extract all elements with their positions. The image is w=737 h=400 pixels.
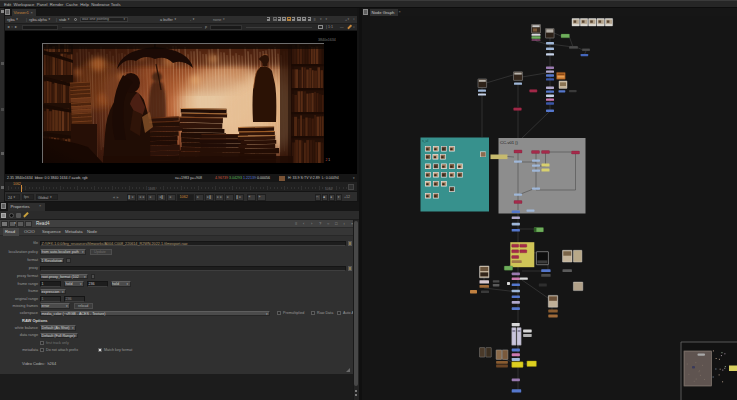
svg-text:s_ul: s_ul xyxy=(422,139,428,143)
svg-text:CC-v01 |): CC-v01 |) xyxy=(500,140,518,145)
